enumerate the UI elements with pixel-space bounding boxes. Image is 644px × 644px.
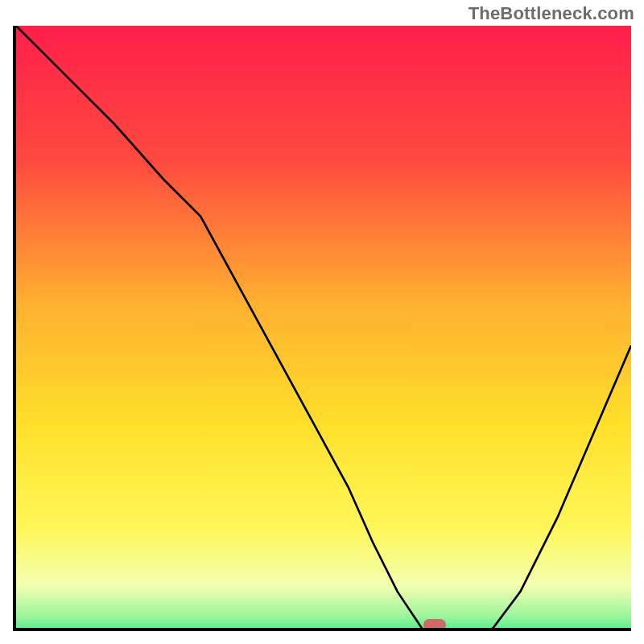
- optimal-point-marker: [423, 619, 446, 630]
- watermark-text: TheBottleneck.com: [469, 3, 634, 24]
- bottleneck-curve: [16, 26, 631, 631]
- plot-area: [13, 26, 631, 631]
